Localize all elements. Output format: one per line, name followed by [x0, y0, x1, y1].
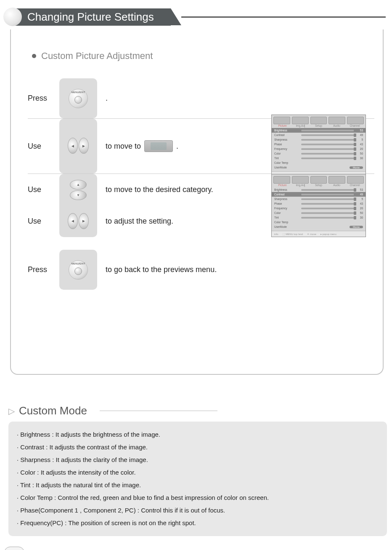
osd-val: 5 — [357, 198, 363, 200]
list-item-text: Color Temp : Control the red, green and … — [20, 494, 269, 501]
menu-exit-label: MENU/EXIT — [72, 262, 85, 265]
osd-tab: Audio — [328, 124, 346, 127]
page-number: 30 — [4, 547, 24, 550]
osd-item: Sharpness — [274, 138, 299, 141]
osd-val: 30 — [357, 157, 363, 160]
osd-val: 43 — [357, 143, 363, 146]
menu-exit-button-icon: MENU/EXIT — [69, 260, 88, 280]
list-item: · Color Temp : Control the red, green an… — [17, 491, 379, 504]
osd-item: Tint — [274, 157, 299, 160]
page-title: Changing Picture Settings — [13, 8, 171, 26]
osd-item: Color Temp — [274, 161, 299, 164]
custom-mode-section: ▷ Custom Mode · Brightness : It adjusts … — [8, 404, 387, 536]
osd-item: Phase — [274, 143, 299, 146]
osd-val: 49 — [357, 133, 363, 136]
step-1: Press MENU/EXIT . — [28, 78, 374, 118]
list-item: · Tint : It adjusts the natural tint of … — [17, 479, 379, 491]
divider — [100, 411, 217, 411]
osd-val: 43 — [357, 202, 363, 205]
osd-item: Frequency — [274, 147, 299, 150]
osd-val: 5 — [357, 138, 363, 141]
left-right-button-icon: ◄ ► — [68, 213, 89, 230]
osd-item: Contrast — [274, 133, 299, 136]
osd-foot: MENU — [286, 233, 293, 235]
osd-val: 20 — [357, 207, 363, 210]
section-heading-text: Custom Picture Adjustment — [41, 51, 153, 61]
header-rule — [181, 16, 386, 18]
step-verb: Use — [28, 217, 59, 226]
osd-item: Contrast — [274, 193, 299, 196]
list-item: · Brightness : It adjusts the brightness… — [17, 428, 379, 441]
list-item: · Sharpness : It adjusts the clarity of … — [17, 454, 379, 466]
remote-icon-slot: ◄ ► — [59, 119, 97, 174]
osd-tab: Channel — [346, 184, 364, 187]
list-item-text: Sharpness : It adjusts the clarity of th… — [20, 456, 148, 463]
list-item: · Color : It adjusts the intensity of th… — [17, 466, 379, 479]
step-5: Press MENU/EXIT to go back to the previe… — [28, 250, 374, 290]
osd-item: Color — [274, 152, 299, 155]
custom-mode-title: Custom Mode — [19, 404, 87, 417]
custom-mode-body: · Brightness : It adjusts the brightness… — [8, 422, 387, 536]
step-text-tail: . — [176, 142, 178, 151]
osd-val: 30 — [357, 216, 363, 219]
left-right-button-icon: ◄ ► — [68, 138, 89, 155]
page-header: Changing Picture Settings — [0, 4, 392, 29]
osd-tab: Img.Adj — [291, 184, 310, 187]
osd-val: 50 — [357, 211, 363, 214]
step-text-pre: to move to — [106, 142, 141, 151]
osd-val: 53 — [357, 129, 363, 132]
remote-icon-slot: ◄ ► — [59, 206, 97, 237]
osd-screenshot-2: Picture Img.Adj Setup Audio Channel Brig… — [271, 174, 366, 237]
osd-item: UserMode — [274, 166, 299, 169]
osd-val: Movie — [350, 226, 363, 228]
step-text: to move to . — [106, 140, 178, 152]
osd-tab: Audio — [328, 184, 346, 187]
step-text: to move to the desired category. — [106, 185, 213, 194]
list-item: · Frequency(PC) : The position of screen… — [17, 517, 379, 529]
step-text: . — [106, 94, 108, 103]
osd-val: 20 — [357, 147, 363, 150]
osd-tab: Img.Adj — [291, 124, 310, 127]
osd-foot: move — [310, 233, 316, 235]
osd-tab: Picture — [273, 184, 291, 187]
osd-tab: Picture — [273, 124, 291, 127]
osd-item: Brightness — [274, 188, 299, 191]
remote-icon-slot: MENU/EXIT — [59, 250, 97, 290]
osd-item: Phase — [274, 202, 299, 205]
osd-item: Sharpness — [274, 198, 299, 200]
header-orb-icon — [3, 8, 22, 26]
osd-val: 49 — [357, 193, 363, 196]
osd-item: UserMode — [274, 225, 299, 228]
osd-tab: Setup — [310, 184, 328, 187]
osd-item: Tint — [274, 216, 299, 219]
chevron-right-icon: ▷ — [8, 406, 15, 416]
osd-tab: Channel — [346, 124, 364, 127]
osd-val: 53 — [357, 188, 363, 191]
osd-val: 50 — [357, 152, 363, 155]
remote-icon-slot: MENU/EXIT — [59, 78, 97, 118]
list-item: · Phase(Component 1 , Component 2, PC) :… — [17, 504, 379, 517]
picture-menu-icon — [144, 140, 173, 152]
step-verb: Press — [28, 94, 59, 103]
list-item-text: Brightness : It adjusts the brightness o… — [20, 431, 160, 438]
list-item: · Contrast : It adjusts the contrast of … — [17, 441, 379, 454]
osd-foot: top /end — [294, 233, 303, 235]
list-item-text: Frequency(PC) : The position of screen i… — [20, 519, 196, 526]
step-text: to adjust the setting. — [106, 217, 173, 226]
osd-foot: info — [274, 233, 278, 235]
osd-item: Frequency — [274, 207, 299, 210]
osd-item: Color Temp — [274, 221, 299, 224]
step-verb: Use — [28, 185, 59, 194]
main-panel: Custom Picture Adjustment Press MENU/EXI… — [10, 29, 384, 375]
list-item-text: Color : It adjusts the intensity of the … — [20, 469, 135, 476]
osd-screenshot-1: Picture Img.Adj Setup Audio Channel Brig… — [271, 115, 366, 178]
step-text: to go back to the previews menu. — [106, 265, 217, 274]
bullet-icon — [32, 54, 36, 58]
osd-item: Color — [274, 211, 299, 214]
list-item-text: Phase(Component 1 , Component 2, PC) : C… — [20, 507, 225, 514]
section-heading: Custom Picture Adjustment — [28, 51, 374, 61]
osd-tab: Setup — [310, 124, 328, 127]
menu-exit-button-icon: MENU/EXIT — [69, 89, 88, 108]
remote-icon-slot: ▲ ▼ — [59, 174, 97, 206]
up-down-button-icon: ▲ ▼ — [69, 180, 87, 200]
